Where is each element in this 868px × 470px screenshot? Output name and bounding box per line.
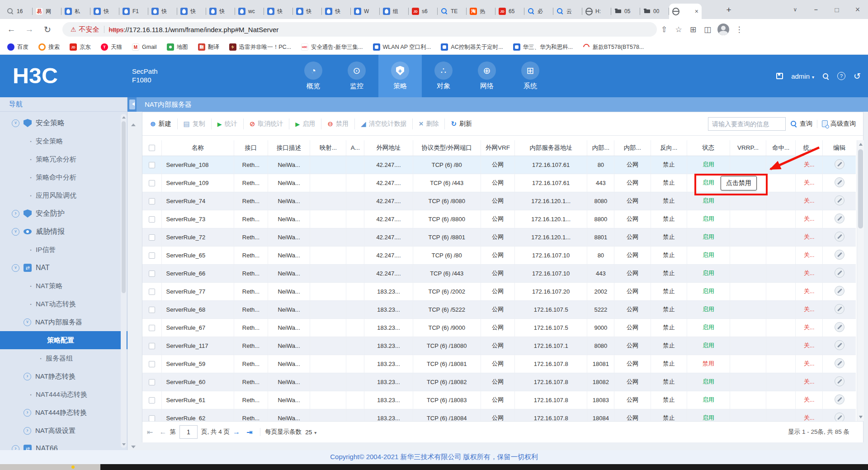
first-page-button[interactable] (147, 428, 153, 437)
last-page-button[interactable] (246, 428, 252, 437)
back-button[interactable] (5, 24, 18, 34)
browser-tab[interactable]: TE (438, 4, 467, 19)
table-row[interactable]: ServerRule_67 Reth... NeiWa... 183.23...… (142, 318, 856, 337)
browser-tab[interactable]: 必 (524, 4, 553, 19)
expand-icon[interactable] (12, 119, 19, 127)
column-header[interactable]: 命中... (766, 140, 796, 156)
per-page-select[interactable]: 25 (305, 429, 316, 436)
browser-menu-icon[interactable] (732, 25, 746, 34)
browser-tab[interactable]: 快 (177, 4, 206, 19)
column-header[interactable]: 接口 (234, 140, 268, 156)
window-minimize-button[interactable] (806, 0, 826, 19)
table-row[interactable]: ServerRule_65 Reth... NeiWa... 42.247...… (142, 246, 856, 264)
nav-item[interactable]: 策略 (378, 55, 422, 97)
expand-icon[interactable] (24, 373, 31, 380)
expand-icon[interactable] (24, 409, 31, 417)
browser-tab[interactable]: 组 (380, 4, 409, 19)
advanced-query-button[interactable]: 高级查询 (822, 120, 856, 128)
statistics-toggle[interactable]: 关... (804, 161, 815, 168)
bookmark-item[interactable]: 搜索 (38, 43, 60, 51)
browser-tab[interactable]: 快 (293, 4, 322, 19)
statistics-toggle[interactable]: 关... (804, 324, 815, 331)
split-screen-icon[interactable] (700, 25, 715, 34)
nav-item[interactable]: 对象 (422, 55, 465, 97)
sidebar-item[interactable]: NAT内部服务器 (0, 313, 127, 331)
column-header[interactable]: 统... (796, 140, 823, 156)
bookmark-item[interactable]: WLAN AP 空口利... (373, 43, 431, 51)
sidebar-item[interactable]: 安全策略 (0, 114, 127, 132)
column-header[interactable]: 内部... (614, 140, 651, 156)
browser-tab[interactable]: 快 (322, 4, 351, 19)
statistics-toggle[interactable]: 关... (804, 360, 815, 367)
reload-button[interactable] (41, 24, 54, 35)
sidebar-item[interactable]: NAT动态转换 (0, 295, 127, 313)
edit-icon[interactable] (835, 177, 844, 187)
expand-icon[interactable] (12, 228, 19, 236)
scroll-up-icon[interactable] (122, 116, 126, 119)
browser-tab[interactable]: 快 (206, 4, 235, 19)
status-toggle[interactable]: 启用 (703, 252, 714, 258)
sidebar-item[interactable]: 威胁情报 (0, 223, 127, 241)
row-checkbox[interactable] (149, 361, 155, 367)
share-icon[interactable] (657, 25, 671, 34)
edit-icon[interactable] (835, 268, 844, 278)
status-toggle[interactable]: 启用 (703, 288, 714, 294)
edit-icon[interactable] (835, 232, 844, 242)
edit-icon[interactable] (835, 195, 844, 205)
status-toggle[interactable]: 启用 (703, 324, 714, 331)
bookmark-item[interactable]: 翻 翻译 (198, 43, 219, 51)
panel-collapse-up-icon[interactable] (131, 123, 136, 126)
column-header[interactable]: 映射... (310, 140, 346, 156)
column-header[interactable]: 内部服务器地址 (515, 140, 587, 156)
sidebar-item[interactable]: 策略命中分析 (0, 168, 127, 186)
select-all-checkbox[interactable] (149, 145, 155, 151)
status-toggle[interactable]: 启用 (703, 396, 714, 403)
edit-icon[interactable] (835, 413, 844, 422)
toolbar-button[interactable]: 清空统计数据 (354, 119, 413, 129)
browser-tab[interactable]: JD 65 (495, 4, 524, 19)
statistics-toggle[interactable]: 关... (804, 179, 815, 186)
new-tab-button[interactable] (722, 4, 735, 16)
address-bar[interactable]: 不安全 https://172.16.118.1/wnm/frame/index… (62, 22, 657, 37)
page-tab[interactable]: NAT内部服务器 (137, 97, 868, 112)
status-toggle[interactable]: 启用 (703, 233, 714, 240)
table-row[interactable]: ServerRule_73 Reth... NeiWa... 42.247...… (142, 210, 856, 228)
edit-icon[interactable] (835, 214, 844, 223)
bookmark-item[interactable]: JD 京东 (70, 43, 91, 51)
row-checkbox[interactable] (149, 343, 155, 349)
scroll-up-icon[interactable] (859, 143, 863, 146)
sidebar-item[interactable]: 服务器组 (0, 349, 127, 367)
bookmark-star-icon[interactable] (671, 25, 686, 34)
status-toggle[interactable]: 启用 (703, 414, 714, 421)
edit-icon[interactable] (835, 250, 844, 260)
edit-icon[interactable] (835, 376, 844, 386)
edit-icon[interactable] (835, 340, 844, 350)
browser-tab[interactable]: JD s6 (409, 4, 438, 19)
browser-tab[interactable]: wc (235, 4, 264, 19)
row-checkbox[interactable] (149, 289, 155, 295)
extensions-icon[interactable] (686, 25, 700, 34)
row-checkbox[interactable] (149, 180, 155, 186)
browser-tab[interactable]: 16 (4, 4, 33, 19)
status-toggle[interactable]: 启用 (703, 179, 714, 186)
expand-icon[interactable] (12, 210, 19, 218)
toolbar-button[interactable]: 刷新 (444, 119, 478, 129)
statistics-toggle[interactable]: 关... (804, 378, 815, 385)
security-warning-icon[interactable] (71, 26, 76, 33)
browser-tab[interactable]: 00 (640, 4, 669, 19)
column-header[interactable]: 协议类型/外网端口 (413, 140, 481, 156)
status-toggle[interactable]: 启用 (703, 161, 714, 168)
tab-close-icon[interactable] (695, 8, 698, 14)
column-header[interactable]: 名称 (161, 140, 234, 156)
row-checkbox[interactable] (149, 252, 155, 259)
nav-item[interactable]: 系统 (509, 55, 552, 97)
browser-tab[interactable]: W (351, 4, 380, 19)
toolbar-button[interactable]: 新建 (144, 119, 177, 129)
browser-tab[interactable]: F1 (119, 4, 148, 19)
sidebar-item[interactable]: NAT444动态转换 (0, 385, 127, 404)
edit-icon[interactable] (835, 159, 844, 169)
query-button[interactable]: 查询 (790, 120, 812, 128)
browser-tab[interactable]: 易 网 (33, 4, 61, 19)
browser-tab[interactable]: 快 (264, 4, 293, 19)
panel-collapse-down-icon[interactable] (131, 446, 136, 448)
